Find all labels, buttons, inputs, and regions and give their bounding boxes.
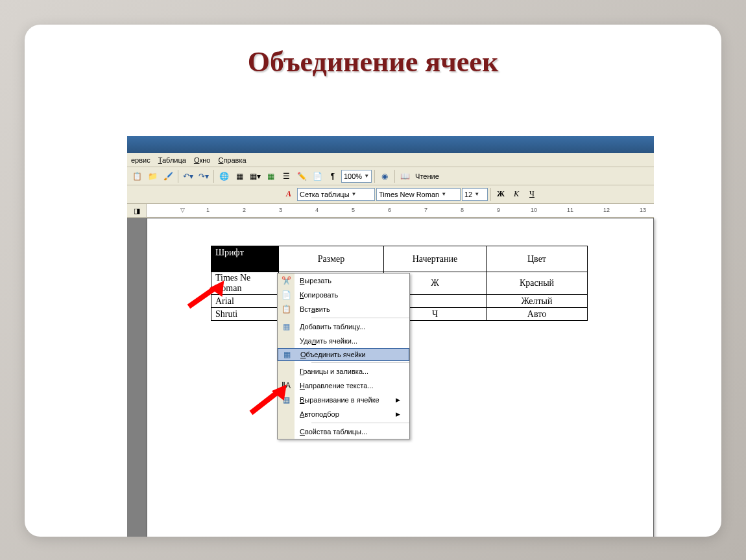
menu-delete-cells[interactable]: Удалить ячейки... [278, 334, 409, 348]
paste-icon[interactable]: 📋 [130, 169, 144, 183]
menu-paste[interactable]: 📋 Вставить [278, 302, 409, 316]
horizontal-ruler[interactable]: ▽ 1 2 3 4 5 6 7 8 9 10 11 12 13 [147, 204, 654, 217]
menu-merge-cells[interactable]: ▦ Объединить ячейки [278, 348, 409, 361]
help-icon[interactable]: ◉ [378, 169, 392, 183]
undo-icon[interactable]: ↶▾ [181, 169, 195, 183]
menu-table[interactable]: Таблица [158, 156, 186, 164]
format-painter-icon[interactable]: 🖌️ [161, 169, 175, 183]
menu-window[interactable]: Окно [194, 156, 211, 164]
open-icon[interactable]: 📁 [145, 169, 160, 183]
vertical-ruler [127, 218, 147, 537]
italic-button[interactable]: К [509, 187, 523, 202]
redo-icon[interactable]: ↷▾ [197, 169, 211, 183]
zoom-value: 100% [344, 172, 362, 180]
slide-frame: Объединение ячеек ервис Таблица Окно Спр… [25, 25, 721, 537]
tables-icon[interactable]: ▦ [232, 169, 247, 183]
context-menu: ✂️ Вырезать 📄 Копировать 📋 Вставить ▦ [277, 273, 410, 439]
menu-copy[interactable]: 📄 Копировать [278, 288, 409, 302]
menu-add-table[interactable]: ▦ Добавить таблицу... [278, 320, 409, 334]
ruler: ◨ ▽ 1 2 3 4 5 6 7 8 9 10 11 12 13 [127, 204, 654, 218]
submenu-arrow-icon: ▶ [396, 411, 400, 417]
toolbar-separator [178, 170, 178, 183]
table-cell[interactable]: Желтый [487, 295, 588, 308]
menu-bar: ервис Таблица Окно Справка [127, 153, 654, 167]
excel-icon[interactable]: ▦ [263, 169, 278, 183]
toolbar-separator [213, 170, 214, 183]
columns-icon[interactable]: ☰ [279, 169, 293, 183]
bold-button[interactable]: Ж [494, 187, 508, 202]
page[interactable]: Шрифт Размер Начертание Цвет Times NeRom… [147, 218, 654, 537]
chevron-down-icon: ▼ [364, 173, 369, 179]
document-area: Шрифт Размер Начертание Цвет Times NeRom… [127, 218, 654, 537]
titlebar [127, 136, 654, 153]
table-cell[interactable]: Красный [487, 272, 588, 295]
table-header-color[interactable]: Цвет [487, 246, 588, 272]
ruler-corner: ◨ [127, 204, 147, 217]
table-cell[interactable]: Авто [487, 308, 588, 321]
toolbar-separator [374, 170, 375, 183]
read-icon[interactable]: 📖 [398, 169, 412, 183]
font-combo[interactable]: Times New Roman ▼ [376, 188, 461, 201]
submenu-arrow-icon: ▶ [396, 397, 400, 403]
hyperlink-icon[interactable]: 🌐 [217, 169, 231, 183]
scissors-icon: ✂️ [282, 276, 291, 285]
chevron-down-icon: ▼ [352, 191, 357, 197]
table-icon: ▦ [283, 322, 290, 331]
size-value: 12 [464, 191, 472, 198]
font-value: Times New Roman [379, 191, 439, 198]
chevron-down-icon: ▼ [441, 191, 446, 197]
menu-cut[interactable]: ✂️ Вырезать [278, 274, 409, 288]
paste-icon: 📋 [282, 305, 291, 314]
doc-map-icon[interactable]: 📄 [310, 169, 324, 183]
formatting-toolbar: A Сетка таблицы ▼ Times New Roman ▼ 12 ▼… [127, 185, 654, 204]
toolbar-separator [394, 170, 395, 183]
menu-alignment[interactable]: ▦ Выравнивание в ячейке ▶ [278, 393, 409, 407]
menu-text-direction[interactable]: ǁA Направление текста... [278, 379, 409, 393]
size-combo[interactable]: 12 ▼ [462, 188, 488, 201]
table-cell[interactable]: Shruti [211, 308, 279, 321]
standard-toolbar: 📋 📁 🖌️ ↶▾ ↷▾ 🌐 ▦ ▦▾ ▦ ☰ ✏️ 📄 ¶ 100% ▼ ◉ … [127, 167, 654, 185]
menu-help[interactable]: Справка [218, 156, 246, 164]
copy-icon: 📄 [282, 290, 291, 299]
zoom-combo[interactable]: 100% ▼ [341, 170, 372, 183]
toolbar-separator [490, 188, 491, 201]
menu-borders[interactable]: Границы и заливка... [278, 364, 409, 379]
selected-cell[interactable] [211, 259, 279, 272]
table-header-style[interactable]: Начертание [384, 246, 487, 272]
show-hide-icon[interactable]: ¶ [326, 169, 340, 183]
slide-title: Объединение ячеек [25, 25, 721, 88]
font-style-icon[interactable]: A [282, 187, 296, 202]
style-value: Сетка таблицы [300, 191, 350, 198]
reading-label[interactable]: Чтение [413, 172, 441, 180]
menu-autofit[interactable]: Автоподбор ▶ [278, 407, 409, 421]
style-combo[interactable]: Сетка таблицы ▼ [297, 188, 375, 201]
drawing-icon[interactable]: ✏️ [295, 169, 309, 183]
table-row[interactable]: Шрифт Размер Начертание Цвет [211, 246, 588, 259]
menu-table-properties[interactable]: Свойства таблицы... [278, 425, 409, 439]
merge-icon: ▦ [283, 350, 291, 359]
table-header-size[interactable]: Размер [279, 246, 384, 272]
insert-table-icon[interactable]: ▦▾ [248, 169, 262, 183]
selected-header-cell[interactable]: Шрифт [211, 246, 279, 259]
chevron-down-icon: ▼ [474, 191, 479, 197]
menu-service[interactable]: ервис [131, 156, 150, 164]
word-app-window: ервис Таблица Окно Справка 📋 📁 🖌️ ↶▾ ↷▾ … [127, 136, 654, 537]
underline-button[interactable]: Ч [525, 187, 539, 202]
